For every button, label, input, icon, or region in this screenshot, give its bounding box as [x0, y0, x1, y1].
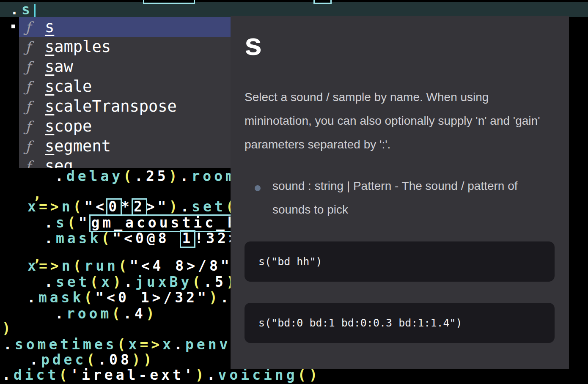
code-token: x	[162, 336, 174, 353]
code-token: (	[73, 198, 85, 215]
code-token: (	[101, 230, 113, 247]
code-line[interactable]: .room(.4)	[55, 307, 157, 321]
code-token: sometimes	[15, 336, 117, 353]
code-token: .	[3, 336, 15, 353]
code-token: .4	[123, 305, 146, 322]
code-token: mask	[56, 230, 101, 247]
code-token: ()	[298, 367, 321, 383]
code-token: =>	[140, 336, 162, 353]
code-token: juxBy	[135, 274, 192, 290]
code-token: (	[118, 258, 130, 274]
autocomplete-dropdown[interactable]: ƒsƒsamplesƒsawƒscaleƒscaleTransposeƒscop…	[19, 17, 231, 168]
code-token: "	[79, 214, 90, 231]
code-token: .08	[98, 351, 132, 368]
code-token: pdec	[41, 351, 86, 368]
code-token: .	[30, 351, 41, 368]
code-line[interactable]: x=>n("<0*2>").set(	[27, 198, 237, 216]
completion-item-scaleTranspose[interactable]: ƒscaleTranspose	[19, 96, 231, 116]
active-line-highlight	[0, 2, 588, 17]
code-token: mask	[38, 289, 84, 306]
function-icon: ƒ	[25, 78, 41, 95]
code-token: !32	[195, 230, 229, 247]
code-token: (	[123, 168, 135, 184]
code-token: .	[44, 230, 56, 247]
text-cursor	[34, 4, 36, 17]
doc-description: Select a sound / sample by name. When us…	[245, 85, 543, 156]
completion-item-saw[interactable]: ƒsaw	[19, 57, 231, 77]
function-icon: ƒ	[25, 19, 41, 36]
completion-label: scope	[45, 117, 92, 135]
completion-item-samples[interactable]: ƒsamples	[19, 37, 231, 57]
code-token: (	[67, 214, 79, 231]
code-token: x	[101, 274, 113, 290]
code-token: set	[192, 198, 226, 215]
function-icon: ƒ	[25, 138, 41, 155]
code-token: )	[209, 289, 220, 306]
code-token: .	[27, 289, 38, 306]
completion-label: scaleTranspose	[45, 97, 177, 115]
code-token: .	[207, 367, 218, 383]
code-token: x	[27, 258, 39, 274]
code-token: )	[195, 367, 207, 383]
completion-item-s[interactable]: ƒs	[19, 17, 231, 37]
code-line[interactable]: .pdec(.08))	[30, 353, 155, 367]
code-token: .	[2, 367, 14, 383]
completion-label: seg	[45, 157, 73, 168]
function-icon: ƒ	[25, 98, 41, 115]
code-token: room	[66, 305, 112, 322]
code-line[interactable]: .set(x).juxBy(.5)	[44, 275, 238, 289]
completion-item-scale[interactable]: ƒscale	[19, 77, 231, 96]
code-token: *	[121, 198, 132, 215]
code-token: "<0 1>/32"	[95, 289, 209, 306]
code-token: voicing	[218, 367, 298, 383]
code-line[interactable]: x=>n(run("<4 8>/8"	[27, 259, 232, 273]
code-token: .	[174, 336, 185, 353]
code-token: n	[62, 258, 73, 274]
autocomplete-doc-panel: s Select a sound / sample by name. When …	[231, 16, 569, 369]
code-token: .	[180, 198, 192, 215]
code-token: .	[55, 305, 66, 322]
completion-label: samples	[45, 38, 111, 56]
code-token: s	[56, 214, 67, 231]
code-token: set	[56, 274, 90, 290]
code-token: >"	[146, 198, 169, 215]
code-token: (	[117, 336, 129, 353]
code-token: .	[44, 214, 56, 231]
function-icon: ƒ	[25, 118, 41, 135]
code-line[interactable]: .dict('ireal-ext').voicing()	[2, 368, 320, 382]
code-token: 'ireal-ext'	[70, 367, 195, 383]
code-token: penv	[185, 336, 231, 353]
code-token: n	[62, 198, 73, 215]
code-token: =>	[39, 258, 62, 274]
code-token: delay	[66, 168, 123, 184]
code-token: .	[220, 289, 232, 306]
code-token: dict	[14, 367, 59, 383]
code-line[interactable]: )	[2, 321, 14, 335]
code-token: ))	[132, 351, 155, 368]
code-token: .25	[135, 168, 169, 184]
code-token: "<	[84, 198, 107, 215]
playing-event-box	[313, 0, 332, 4]
code-token: "<0@8	[113, 230, 181, 247]
code-token: )	[2, 320, 14, 337]
highlighted-event-token: 2	[132, 198, 147, 216]
completion-item-seg[interactable]: ƒseg	[19, 156, 231, 168]
code-token: x	[27, 198, 39, 215]
code-token: (	[90, 274, 101, 290]
code-token: .	[180, 168, 192, 184]
code-token: "<4 8>/8"	[130, 258, 232, 274]
code-line[interactable]: .sometimes(x=>x.penv(	[3, 337, 242, 351]
code-token: room	[191, 168, 236, 184]
code-token: )	[146, 305, 157, 322]
code-token: .	[10, 1, 22, 18]
code-line[interactable]: .mask("<0 1>/32").	[27, 291, 232, 304]
completion-label: scale	[45, 77, 92, 96]
completion-item-segment[interactable]: ƒsegment	[19, 136, 231, 156]
highlighted-event-token: 1	[180, 230, 195, 248]
completion-item-scope[interactable]: ƒscope	[19, 116, 231, 136]
playing-event-box	[143, 0, 195, 4]
code-token: (	[192, 274, 203, 290]
code-line[interactable]: .delay(.25).room(	[55, 169, 248, 183]
code-example: s("bd:0 bd:1 bd:0:0.3 bd:1:1.4")	[245, 303, 555, 343]
active-line[interactable]: .s	[10, 3, 36, 17]
